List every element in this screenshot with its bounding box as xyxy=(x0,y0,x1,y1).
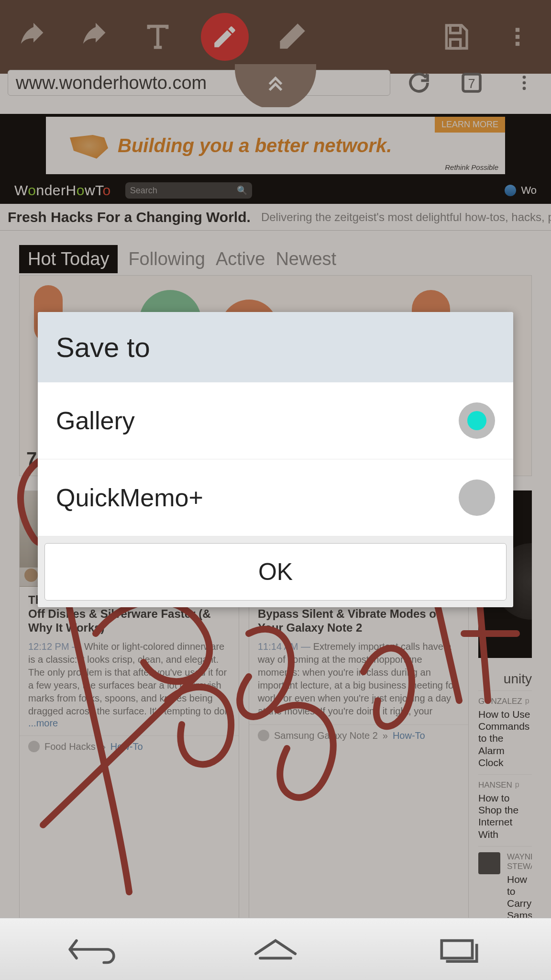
dialog-title: Save to xyxy=(38,312,513,382)
option-label: QuickMemo+ xyxy=(56,483,203,512)
option-label: Gallery xyxy=(56,406,135,435)
radio-selected[interactable] xyxy=(459,402,495,439)
back-button[interactable] xyxy=(66,933,118,966)
recent-apps-button[interactable] xyxy=(433,933,485,966)
save-to-dialog: Save to Gallery QuickMemo+ OK xyxy=(38,312,513,607)
option-gallery[interactable]: Gallery xyxy=(38,382,513,459)
radio-unselected[interactable] xyxy=(459,479,495,516)
option-quickmemo[interactable]: QuickMemo+ xyxy=(38,459,513,536)
modal-overlay: Save to Gallery QuickMemo+ OK xyxy=(0,0,551,980)
svg-rect-10 xyxy=(441,940,472,958)
system-nav-bar xyxy=(0,918,551,980)
home-button[interactable] xyxy=(249,933,302,966)
ok-button[interactable]: OK xyxy=(44,543,507,601)
